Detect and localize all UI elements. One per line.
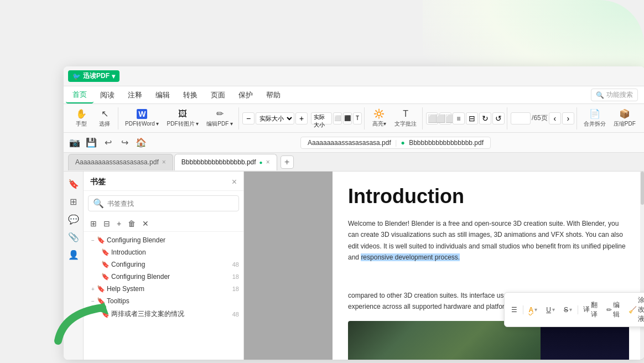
logo-bird-icon: 🐦 — [72, 72, 81, 80]
tab2-dot: ● — [259, 159, 263, 165]
bookmark-search-input[interactable] — [107, 200, 234, 208]
sidebar-bookmark-icon[interactable]: 🔖 — [66, 176, 81, 191]
toolbar-row2: 📷 💾 ↩ ↪ 🏠 Aaaaaaaaassasasasasa.pdf | ● B… — [64, 133, 644, 153]
strikethrough-button[interactable]: S — [560, 305, 575, 315]
bookmark-delete-button[interactable]: 🗑 — [127, 218, 137, 229]
bookmark-icon-conf: 🔖 — [101, 261, 109, 268]
undo-button[interactable]: ↩ — [101, 136, 115, 149]
translate-button[interactable]: 译 翻译 — [580, 299, 601, 320]
pdf-body-paragraph1: Welcome to Blender! Blender is a free an… — [348, 218, 629, 263]
app-logo[interactable]: 🐦 迅读PDF ▾ — [68, 70, 120, 82]
current-file-tab[interactable]: Aaaaaaaaassasasasasa.pdf | ● Bbbbbbbbbbb… — [300, 137, 491, 149]
home-button[interactable]: 🏠 — [134, 136, 148, 149]
text-toolbar-divider2 — [578, 305, 578, 314]
menu-item-protect[interactable]: 保护 — [232, 86, 259, 103]
erase-button[interactable]: 🧹 涂改液 — [625, 294, 644, 325]
text-note-icon: T — [403, 109, 408, 119]
menu-item-help[interactable]: 帮助 — [259, 86, 287, 103]
zoom-fit-button[interactable]: 实际大小 — [311, 112, 332, 125]
bookmark-add-button[interactable]: + — [116, 218, 122, 229]
highlight-button[interactable]: 🔆 高亮▾ — [368, 108, 390, 129]
bookmark-item-introduction[interactable]: 🔖 Introduction — [84, 246, 243, 258]
merge-split-button[interactable]: 📄 合并拆分 — [580, 108, 609, 129]
bookmark-item-help-system[interactable]: + 🔖 Help System 18 — [84, 283, 243, 295]
page-layout-2[interactable]: ⬜⬜ — [439, 112, 451, 125]
menu-item-read[interactable]: 阅读 — [94, 86, 121, 103]
erase-label: 涂改液 — [638, 295, 644, 324]
edit-text-button[interactable]: ✏ 编辑 — [603, 299, 623, 320]
search-icon: 🔍 — [596, 91, 604, 99]
zoom-in-button[interactable]: + — [295, 112, 308, 125]
bookmark-expand-all-button[interactable]: ⊞ — [89, 218, 98, 229]
bookmark-item-configuring[interactable]: 🔖 Configuring 48 — [84, 258, 243, 271]
text-toolbar-menu[interactable]: ☰ — [508, 305, 521, 315]
expand-configuring-icon[interactable]: − — [89, 237, 97, 243]
edit-text-label: 编辑 — [613, 300, 620, 319]
highlight-a-label: A — [529, 306, 534, 314]
sidebar-thumbnails-icon[interactable]: ⊞ — [66, 194, 81, 209]
sidebar-comments-icon[interactable]: 💬 — [66, 211, 81, 227]
pdf-scrollbar[interactable] — [640, 172, 644, 360]
next-page-button[interactable]: › — [562, 112, 574, 125]
highlight-color-button[interactable]: A — [526, 305, 541, 315]
menu-item-page[interactable]: 页面 — [204, 86, 232, 103]
translate-icon: 译 — [583, 305, 590, 314]
fit-width-button[interactable]: ⬜ — [333, 112, 342, 125]
pdf-to-img-button[interactable]: 🖼 PDF转图片 ▾ — [164, 108, 202, 129]
screenshot-button[interactable]: 📷 — [68, 136, 81, 149]
tool-group-merge: 📄 合并拆分 📦 压缩PDF — [578, 107, 641, 129]
save-button[interactable]: 💾 — [85, 136, 98, 149]
tab2-close-button[interactable]: × — [266, 158, 270, 166]
menu-search[interactable]: 🔍 功能搜索 — [591, 89, 638, 101]
edit-pdf-button[interactable]: ✏ 编辑PDF ▾ — [203, 108, 236, 129]
prev-page-button[interactable]: ‹ — [549, 112, 561, 125]
main-content: 🔖 ⊞ 💬 📎 👤 书签 × 🔍 ⊞ ⊟ + 🗑 ✕ — [64, 172, 644, 360]
bookmark-toolbar: ⊞ ⊟ + 🗑 ✕ — [84, 216, 243, 232]
rotate-left[interactable]: ↺ — [492, 112, 505, 125]
pdf-scrollbar-thumb[interactable] — [641, 172, 644, 205]
menu-item-convert[interactable]: 转换 — [176, 86, 204, 103]
bookmark-collapse-all-button[interactable]: ⊟ — [102, 218, 111, 229]
bookmark-clear-button[interactable]: ✕ — [141, 218, 150, 229]
sidebar-attachments-icon[interactable]: 📎 — [66, 229, 81, 245]
page-layout-3[interactable]: ||| — [453, 112, 465, 125]
tab-file2[interactable]: Bbbbbbbbbbbbbbbbb.pdf ● × — [174, 154, 277, 170]
page-number-input[interactable]: 22 — [511, 112, 531, 125]
compress-label: 压缩PDF — [614, 120, 636, 128]
text-note-button[interactable]: T 文字批注 — [391, 108, 420, 129]
actual-size-button[interactable]: T — [353, 112, 362, 125]
text-toolbar-divider1 — [523, 305, 523, 314]
zoom-out-button[interactable]: − — [242, 112, 255, 125]
tab-file1[interactable]: Aaaaaaaaassasasasasa.pdf × — [68, 154, 173, 170]
bookmark-close-button[interactable]: × — [232, 177, 237, 187]
bookmark-label-introduction: Introduction — [111, 248, 239, 256]
sidebar-signatures-icon[interactable]: 👤 — [66, 247, 81, 262]
compress-button[interactable]: 📦 压缩PDF — [610, 108, 639, 129]
menu-item-home[interactable]: 首页 — [66, 86, 94, 103]
menu-item-edit[interactable]: 编辑 — [149, 86, 176, 103]
bookmark-item-configuring-blender2[interactable]: 🔖 Configuring Blender 18 — [84, 271, 243, 283]
select-tool-button[interactable]: ↖ 选择 — [94, 108, 116, 129]
zoom-select[interactable]: 实际大小 适合页面 50% 75% 100% 125% 150% — [256, 112, 294, 125]
rotate-right[interactable]: ↻ — [479, 112, 491, 125]
bookmark-item-configuring-blender[interactable]: − 🔖 Configuring Blender — [84, 234, 243, 246]
redo-button[interactable]: ↪ — [118, 136, 131, 149]
title-bar: 🐦 迅读PDF ▾ — [64, 66, 644, 86]
tool-group-highlight: 🔆 高亮▾ T 文字批注 — [366, 107, 423, 129]
bookmark-icon-intro: 🔖 — [101, 248, 109, 256]
expand-help-icon[interactable]: + — [89, 286, 97, 292]
pdf-to-word-button[interactable]: W PDF转Word ▾ — [122, 108, 163, 129]
new-tab-button[interactable]: + — [281, 155, 294, 169]
underline-color-button[interactable]: U — [543, 305, 558, 315]
hand-tool-button[interactable]: ✋ 手型 — [70, 108, 92, 129]
tab1-close-button[interactable]: × — [162, 158, 166, 166]
menu-item-annotate[interactable]: 注释 — [121, 86, 149, 103]
merge-icon: 📄 — [589, 108, 600, 119]
bookmark-search-box[interactable]: 🔍 — [88, 195, 239, 211]
page-layout-4[interactable]: ⊟ — [466, 112, 478, 125]
fit-height-button[interactable]: ⬛ — [343, 112, 352, 125]
edit-pdf-label: 编辑PDF ▾ — [206, 120, 233, 128]
word-icon: W — [137, 109, 147, 119]
select-icon: ↖ — [101, 108, 108, 119]
bookmark-label-tooltips: Tooltips — [107, 297, 239, 305]
